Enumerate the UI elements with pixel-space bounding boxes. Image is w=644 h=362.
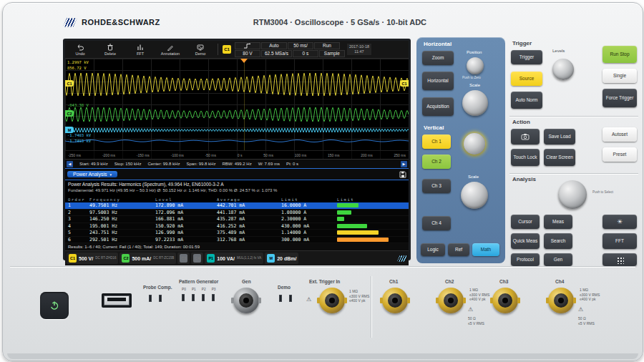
math-button[interactable]: Math <box>472 243 499 256</box>
date-text: 2017-10-18 <box>349 44 369 49</box>
channel-marker-c2[interactable]: C2 <box>65 110 74 117</box>
save-icon[interactable] <box>399 171 406 178</box>
channel-box-c4[interactable]: C4 <box>191 253 203 264</box>
trigger-position-marker[interactable] <box>240 59 248 63</box>
apps-grid-icon <box>616 256 624 264</box>
spectrum-span: Span: 99.8 kHz <box>186 162 215 166</box>
acquisition-mode-cell[interactable]: Sample <box>319 50 345 57</box>
limit-bar <box>337 230 379 235</box>
table-row[interactable]: 6292.501 Hz97.2233 mA312.768 mA300.000 m… <box>65 237 409 244</box>
acquisition-button[interactable]: Acqui­sition <box>422 97 454 116</box>
demo-signal-pin <box>289 295 292 302</box>
channel-marker-c1[interactable]: C1 <box>65 80 74 87</box>
active-channel-badge[interactable]: C1 <box>223 45 231 54</box>
ref-button[interactable]: Ref <box>448 243 469 256</box>
horizontal-button[interactable]: Hori­zontal <box>422 72 454 90</box>
ext-trigger-label: Ext. Trigger In <box>309 279 340 284</box>
fft-button[interactable]: FFT <box>125 41 155 57</box>
ch4-button[interactable]: Ch 4 <box>422 216 451 230</box>
table-row[interactable]: 297.5003 Hz172.096 mA441.187 mA1.08000 A <box>65 210 409 217</box>
ch12-spec: 1 MΩ≤300 V RMS≤400 V pk <box>469 288 489 302</box>
autoset-button[interactable]: Autoset <box>602 127 637 142</box>
cursor-button[interactable]: Cursor <box>511 215 540 229</box>
run-stop-button[interactable]: Run Stop <box>602 46 637 63</box>
channel-box-c3[interactable]: C3 <box>177 253 190 264</box>
scroll-left-icon[interactable]: ◀ <box>67 161 73 167</box>
table-row[interactable]: 4195.001 Hz150.920 mA416.252 mA430.000 m… <box>65 223 409 230</box>
table-row[interactable]: 5243.751 Hz126.990 mA375.489 mA1.14000 A <box>65 230 409 237</box>
search-button[interactable]: Search <box>544 233 572 249</box>
wf-value-label: -1.7403 kV <box>67 133 91 137</box>
power-analysis-tab[interactable]: Power Analysis ▾ <box>67 171 117 177</box>
harmonics-table: Order Frequency Level Average Limit Limi… <box>65 196 409 243</box>
logic-button[interactable]: Logic <box>421 243 445 256</box>
scroll-right-icon[interactable]: ▶ <box>401 161 407 167</box>
preset-button[interactable]: Preset <box>602 147 637 162</box>
probe-comp-signal-pin <box>159 295 162 302</box>
zoom-button[interactable]: Zoom <box>422 51 454 65</box>
run-state-cell[interactable]: Run <box>314 42 340 49</box>
ch2-button[interactable]: Ch 2 <box>422 155 451 169</box>
table-row[interactable]: 3146.250 Hz166.881 mA435.287 mA2.30000 A <box>65 216 409 223</box>
trigger-mode-cell[interactable]: Auto <box>261 42 287 49</box>
fundamental-line: Fundamental: 49.971 Hz (49.95 Hz – 50.3 … <box>68 187 406 194</box>
results-header: Power Analysis Results: Harmonics (Spect… <box>65 180 409 196</box>
ch34-spec: 1 MΩ≤300 V RMS≤400 V pk <box>580 288 600 302</box>
trigger-level-knob[interactable] <box>552 59 574 80</box>
screenshot-button[interactable] <box>511 129 540 145</box>
demo-button[interactable]: Demo <box>185 41 215 57</box>
trigger-level-marker[interactable]: C1 <box>400 80 409 87</box>
spectrum-stop: Stop: 150 kHz <box>114 162 142 166</box>
ext-trigger-spec: 1 MΩ≤300 V RMS≤400 V pk <box>349 289 369 303</box>
analysis-tab-row: Power Analysis ▾ <box>65 168 409 180</box>
gen-button[interactable]: Gen <box>544 253 572 266</box>
quick-meas-button[interactable]: Quick Meas <box>511 233 540 249</box>
ch1-button[interactable]: Ch 1 <box>422 134 451 149</box>
apps-button[interactable] <box>602 253 637 266</box>
ch4-label: Ch4 <box>555 279 564 284</box>
pattern-pin-p0 <box>182 294 185 301</box>
screen[interactable]: Undo Delete FFT Annotation Demo C1 <box>63 39 411 260</box>
power-meas-box[interactable]: P1 100 VA/ MUL(1,1,2) fs VA <box>205 253 263 264</box>
sample-rate-cell[interactable]: 62.5 MSa/s <box>261 50 292 57</box>
ch3-button[interactable]: Ch 3 <box>422 179 451 193</box>
horizontal-position-knob[interactable] <box>467 57 484 74</box>
fft-panel-button[interactable]: FFT <box>602 233 637 249</box>
timebase-cell[interactable]: 50 ms/ <box>288 42 313 49</box>
horizontal-pos-cell[interactable]: 0 s <box>293 50 318 57</box>
push-to-select-label: Push to Select <box>592 190 618 194</box>
channel-box-c2[interactable]: C2 500 mA/ DC RT-ZC15B <box>119 253 176 264</box>
intensity-button[interactable]: ☀ <box>602 215 637 229</box>
protocol-button[interactable]: Protocol <box>511 253 540 266</box>
trigger-source-button[interactable]: Source <box>511 72 542 86</box>
force-trigger-button[interactable]: Force Trigger <box>602 89 637 107</box>
undo-button[interactable]: Undo <box>65 41 95 57</box>
datetime-display: 2017-10-18 11:47 <box>347 44 371 55</box>
annotation-button[interactable]: Annotation <box>155 41 185 57</box>
trigger-level-cell[interactable]: 80 V <box>235 50 260 57</box>
delete-button[interactable]: Delete <box>95 41 125 57</box>
touch-lock-button[interactable]: Touch Lock <box>511 149 540 166</box>
channel-box-c1[interactable]: C1 500 V/ DC RT-ZHD16 <box>67 253 118 264</box>
power-button[interactable] <box>40 292 69 319</box>
chevron-down-icon: ▾ <box>109 172 112 177</box>
rohde-schwarz-logo-icon <box>63 18 77 27</box>
auto-norm-button[interactable]: Auto Norm <box>511 92 542 109</box>
trigger-slope-cell[interactable] <box>235 42 260 49</box>
save-load-button[interactable]: Save Load <box>544 129 575 145</box>
single-button[interactable]: Single <box>602 69 637 83</box>
gen-label: Gen <box>242 279 251 284</box>
meas-button[interactable]: Meas <box>544 215 572 229</box>
top-bar: ROHDE&SCHWARZ RTM3004 · Oscilloscope · 5… <box>63 14 426 30</box>
math-box[interactable]: M 20 dBm/ <box>265 253 298 264</box>
horizontal-scale-knob[interactable] <box>462 90 488 116</box>
clear-screen-button[interactable]: Clear Screen <box>544 149 575 166</box>
table-row[interactable]: 149.7501 Hz172.890 mA442.701 mA16.0000 A <box>65 202 409 210</box>
vertical-scale-knob[interactable] <box>461 182 488 209</box>
navigation-knob[interactable] <box>558 180 587 209</box>
vertical-position-knob[interactable] <box>464 133 485 155</box>
channel-marker-math[interactable]: M <box>65 127 74 133</box>
waveform-area[interactable]: 1.2997 kV 856.72 V -843.38 V -1.7403 kV … <box>65 59 409 159</box>
limit-bar <box>337 217 344 221</box>
trigger-button[interactable]: Trigger <box>511 50 542 64</box>
